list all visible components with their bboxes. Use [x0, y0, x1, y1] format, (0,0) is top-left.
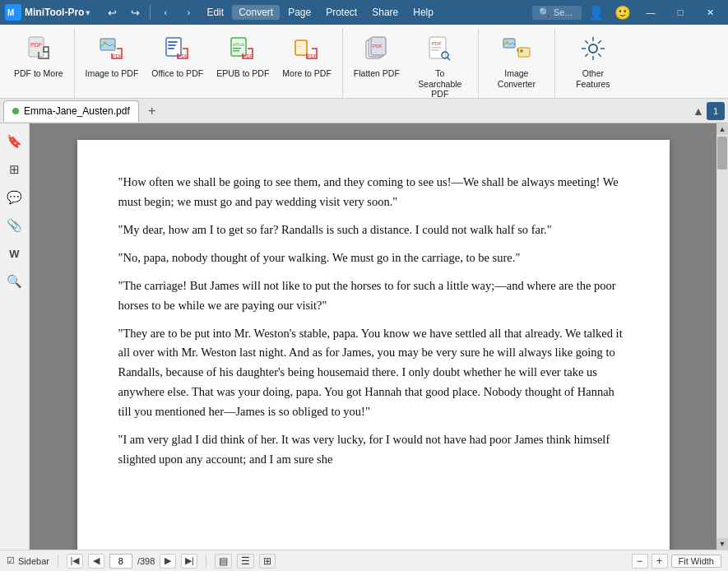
ribbon-toolbar: PDF PDF to More PDF Image to PDF PDF Off…	[0, 25, 728, 99]
menu-share[interactable]: Share	[365, 5, 405, 20]
menu-edit[interactable]: Edit	[200, 5, 230, 20]
office-to-pdf-label: Office to PDF	[151, 68, 203, 79]
svg-rect-33	[518, 48, 530, 57]
pdf-paragraph-1: "How often we shall be going to see them…	[118, 173, 628, 212]
left-sidebar: 🔖 ⊞ 💬 📎 W 🔍	[0, 123, 30, 550]
svg-rect-26	[431, 47, 441, 49]
svg-text:PDF: PDF	[373, 44, 383, 49]
image-converter-button[interactable]: ⇄ Image Converter	[484, 31, 549, 93]
zoom-out-button[interactable]: −	[632, 554, 648, 569]
svg-rect-9	[168, 44, 176, 46]
fit-width-button[interactable]: Fit Width	[671, 555, 721, 568]
pdf-page: "How often we shall be going to see them…	[77, 140, 670, 550]
first-page-button[interactable]: |◀	[67, 554, 83, 569]
status-bar: ☑ Sidebar |◀ ◀ /398 ▶ ▶| ▤ ☰ ⊞ − + Fit W…	[0, 550, 728, 571]
epub-to-pdf-label: EPUB to PDF	[216, 68, 269, 79]
add-tab-button[interactable]: +	[142, 101, 162, 121]
more-to-pdf-label: More to PDF	[282, 68, 332, 79]
menu-convert[interactable]: Convert	[232, 5, 280, 20]
menu-page[interactable]: Page	[281, 5, 318, 20]
scroll-up-button[interactable]: ▲	[716, 123, 728, 135]
ribbon-group-to-pdf: PDF Image to PDF PDF Office to PDF ePubP…	[75, 28, 343, 98]
grid-icon[interactable]: ⊞	[3, 158, 26, 181]
next-page-button[interactable]: ▶	[160, 554, 176, 569]
office-to-pdf-button[interactable]: PDF Office to PDF	[146, 31, 209, 83]
sidebar-toggle[interactable]: ☑ Sidebar	[7, 555, 49, 566]
continuous-view-button[interactable]: ☰	[237, 554, 254, 569]
app-dropdown[interactable]: ▾	[86, 7, 90, 18]
minimize-button[interactable]: —	[638, 0, 664, 25]
content-area: "How often we shall be going to see them…	[30, 123, 716, 550]
tab-filename: Emma-Jane_Austen.pdf	[24, 105, 130, 117]
pdf-to-more-button[interactable]: PDF PDF to More	[8, 31, 69, 83]
document-tab[interactable]: Emma-Jane_Austen.pdf	[3, 100, 139, 122]
office-to-pdf-icon: PDF	[165, 35, 191, 66]
svg-text:PDF: PDF	[308, 53, 318, 58]
status-separator-2	[206, 555, 206, 568]
two-page-view-button[interactable]: ⊞	[259, 554, 276, 569]
search-icon: 🔍	[539, 7, 550, 18]
flatten-pdf-button[interactable]: PDF Flatten PDF	[348, 31, 406, 83]
emoji-icon[interactable]: 🙂	[611, 3, 634, 21]
pdf-to-more-label: PDF to More	[14, 68, 63, 79]
search-icon[interactable]: 🔍	[3, 270, 26, 293]
svg-point-35	[589, 44, 597, 53]
main-area: 🔖 ⊞ 💬 📎 W 🔍 "How often we shall be going…	[0, 123, 728, 550]
tab-bar: Emma-Jane_Austen.pdf + ▲ 1	[0, 99, 728, 123]
epub-to-pdf-button[interactable]: ePubPDF EPUB to PDF	[211, 31, 275, 83]
scroll-thumb[interactable]	[717, 137, 727, 169]
undo-button[interactable]: ↩	[100, 3, 123, 21]
other-features-button[interactable]: Other Features	[560, 31, 626, 93]
menu-bar: Edit Convert Page Protect Share Help	[200, 5, 532, 20]
pdf-paragraph-3: "No, papa, nobody thought of your walkin…	[118, 248, 628, 268]
svg-line-29	[447, 58, 450, 60]
back-nav[interactable]: ‹	[154, 3, 177, 21]
forward-nav[interactable]: ›	[177, 3, 200, 21]
app-logo: M	[5, 4, 21, 21]
svg-text:PDF: PDF	[243, 53, 253, 58]
text-icon[interactable]: W	[3, 242, 26, 265]
epub-to-pdf-icon: ePubPDF	[230, 35, 256, 66]
bookmark-icon[interactable]: 🔖	[3, 130, 26, 153]
svg-text:···: ···	[297, 44, 302, 49]
searchable-pdf-label: To Searchable PDF	[413, 68, 467, 99]
comment-icon[interactable]: 💬	[3, 186, 26, 209]
svg-rect-27	[431, 49, 439, 51]
profile-icon[interactable]: 👤	[585, 3, 608, 21]
pdf-to-more-icon: PDF	[26, 35, 52, 66]
redo-button[interactable]: ↪	[123, 3, 146, 21]
single-page-view-button[interactable]: ▤	[215, 554, 232, 569]
tab-scroll-up[interactable]: ▲	[690, 102, 707, 120]
more-to-pdf-button[interactable]: ···PDF More to PDF	[276, 31, 337, 83]
maximize-button[interactable]: □	[667, 0, 693, 25]
search-bar[interactable]: 🔍 Se...	[532, 6, 582, 20]
page-number-input[interactable]	[109, 554, 132, 569]
ribbon-group-image-converter: ⇄ Image Converter	[479, 28, 555, 98]
searchable-pdf-icon: PDF	[427, 35, 453, 66]
pdf-paragraph-4: "The carriage! But James will not like t…	[118, 276, 628, 316]
menu-help[interactable]: Help	[406, 5, 440, 20]
attachment-icon[interactable]: 📎	[3, 214, 26, 237]
other-features-icon	[580, 35, 606, 66]
page-total: /398	[137, 556, 155, 566]
svg-rect-10	[168, 48, 174, 49]
menu-protect[interactable]: Protect	[319, 5, 364, 20]
other-features-label: Other Features	[566, 68, 620, 89]
svg-text:ePub: ePub	[233, 42, 245, 47]
close-button[interactable]: ✕	[697, 0, 723, 25]
svg-text:PDF: PDF	[432, 41, 442, 46]
prev-page-button[interactable]: ◀	[88, 554, 104, 569]
app-name: MiniTool-Pro	[25, 7, 84, 18]
pdf-paragraph-5: "They are to be put into Mr. Weston's st…	[118, 324, 628, 423]
searchable-pdf-button[interactable]: PDF To Searchable PDF	[407, 31, 473, 99]
status-bar-right: − + Fit Width	[632, 554, 721, 569]
search-text: Se...	[554, 7, 573, 17]
image-to-pdf-button[interactable]: PDF Image to PDF	[80, 31, 145, 83]
page-indicator: 1	[707, 102, 725, 120]
svg-point-34	[520, 49, 523, 53]
scroll-down-button[interactable]: ▼	[716, 538, 728, 550]
zoom-in-button[interactable]: +	[651, 554, 668, 569]
ribbon-group-pdf-tools: PDF Flatten PDF PDF To Searchable PDF	[343, 28, 479, 98]
image-converter-label: Image Converter	[489, 68, 544, 89]
last-page-button[interactable]: ▶|	[181, 554, 197, 569]
